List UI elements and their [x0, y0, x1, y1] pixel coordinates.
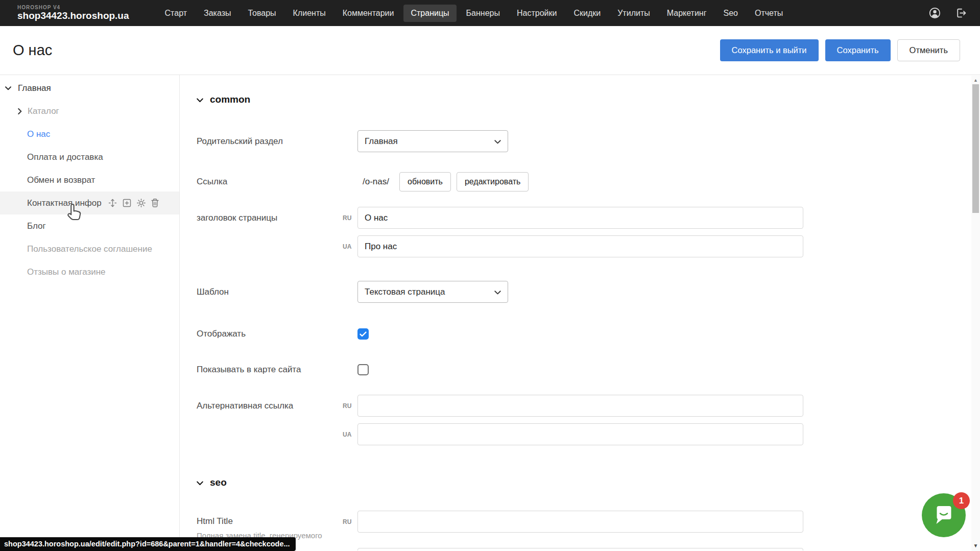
nav-item-start[interactable]: Старт	[158, 5, 194, 22]
parent-section-row: Родительский раздел Главная	[197, 130, 980, 152]
sidebar-item-label: Блог	[27, 221, 46, 231]
link-edit-button[interactable]: редактировать	[457, 172, 529, 191]
page-title-row: заголовок страницы RU UA	[197, 207, 980, 257]
field-label: Родительский раздел	[197, 136, 357, 147]
sidebar-item-label: Контактная инфор	[27, 198, 102, 208]
nav-item-seo[interactable]: Seo	[716, 5, 745, 22]
display-row: Отображать	[197, 328, 980, 340]
section-title: common	[210, 94, 250, 105]
save-exit-button[interactable]: Сохранить и выйти	[720, 39, 819, 61]
nav-item-marketing[interactable]: Маркетинг	[660, 5, 714, 22]
nav-item-reports[interactable]: Отчеты	[748, 5, 790, 22]
alt-link-row: Альтернативная ссылка RU UA	[197, 395, 980, 445]
sidebar-item-label: О нас	[27, 129, 50, 139]
sidebar-item-label: Каталог	[28, 106, 59, 116]
nav-item-products[interactable]: Товары	[241, 5, 283, 22]
scroll-up-arrow-icon[interactable]: ▲	[971, 78, 980, 83]
trash-icon[interactable]	[151, 198, 159, 208]
html-title-row: Html Title Полная замена title, генериру…	[197, 511, 980, 540]
section-seo-header[interactable]: seo	[197, 477, 980, 488]
template-select[interactable]: Текстовая страница	[357, 281, 508, 303]
lang-ru-badge: RU	[343, 214, 351, 222]
nav-item-discounts[interactable]: Скидки	[566, 5, 608, 22]
section-common-header[interactable]: common	[197, 94, 980, 105]
brand-version: HOROSHOP V4	[17, 5, 129, 11]
lang-ru-badge: RU	[343, 402, 351, 410]
user-account-icon[interactable]	[928, 6, 942, 20]
cancel-button[interactable]: Отменить	[897, 39, 960, 61]
nav-item-settings[interactable]: Настройки	[510, 5, 564, 22]
page-header: О нас Сохранить и выйти Сохранить Отмени…	[0, 26, 980, 75]
parent-section-select[interactable]: Главная	[357, 130, 508, 152]
nav-item-banners[interactable]: Баннеры	[459, 5, 507, 22]
scroll-down-arrow-icon[interactable]: ▼	[971, 543, 980, 548]
field-label: Html Title	[197, 516, 357, 526]
field-label: Шаблон	[197, 287, 357, 297]
sidebar-item-katalog[interactable]: Каталог	[0, 100, 179, 123]
scrollbar[interactable]: ▲ ▼	[971, 76, 980, 551]
chevron-right-icon[interactable]	[18, 108, 22, 114]
display-checkbox[interactable]	[357, 328, 369, 340]
sidebar-item-label: Оплата и доставка	[27, 152, 103, 162]
alt-link-ru-input[interactable]	[357, 395, 803, 417]
sidebar-item-obmen[interactable]: Обмен и возврат	[0, 169, 179, 191]
page-title-ru-input[interactable]	[357, 207, 803, 229]
chevron-down-icon	[197, 94, 203, 105]
nav-item-pages[interactable]: Страницы	[403, 5, 456, 22]
sitemap-checkbox[interactable]	[357, 364, 369, 375]
add-page-icon[interactable]	[122, 198, 132, 208]
sidebar-item-glavnaya[interactable]: Главная	[0, 77, 179, 100]
html-title-ua-input[interactable]	[357, 548, 803, 550]
sidebar-item-reviews[interactable]: Отзывы о магазине	[0, 260, 179, 283]
sidebar-item-label: Отзывы о магазине	[27, 267, 106, 277]
sidebar-item-oplata[interactable]: Оплата и доставка	[0, 146, 179, 169]
status-url-tooltip: shop34423.horoshop.ua/edit/edit.php?id=6…	[0, 537, 296, 551]
link-row: Ссылка /o-nas/ обновить редактировать	[197, 172, 980, 191]
field-label: Ссылка	[197, 177, 357, 187]
lang-ru-badge: RU	[343, 518, 351, 525]
lang-ua-badge: UA	[343, 243, 351, 250]
chat-unread-badge: 1	[953, 492, 970, 509]
field-label: Отображать	[197, 329, 357, 339]
link-refresh-button[interactable]: обновить	[399, 172, 451, 191]
nav-item-comments[interactable]: Комментарии	[336, 5, 401, 22]
sidebar-item-label: Пользовательское соглашение	[27, 244, 152, 254]
main-nav: Старт Заказы Товары Клиенты Комментарии …	[158, 5, 791, 22]
page-title: О нас	[13, 42, 52, 59]
chevron-down-icon[interactable]	[5, 86, 11, 90]
field-label: Альтернативная ссылка	[197, 395, 357, 445]
brand-logo[interactable]: HOROSHOP V4 shop34423.horoshop.ua	[17, 5, 129, 21]
html-title-ua-row: UA	[197, 548, 980, 550]
nav-item-orders[interactable]: Заказы	[197, 5, 238, 22]
sidebar-item-blog[interactable]: Блог	[0, 214, 179, 237]
move-icon[interactable]	[108, 198, 117, 208]
link-path-value: /o-nas/	[363, 177, 389, 187]
gear-icon[interactable]	[136, 198, 146, 208]
sidebar-item-agreement[interactable]: Пользовательское соглашение	[0, 237, 179, 260]
sidebar-item-label: Обмен и возврат	[27, 175, 95, 185]
chat-bubble-icon	[931, 502, 956, 529]
chat-button[interactable]: 1	[922, 493, 966, 537]
sidebar-item-o-nas[interactable]: О нас	[0, 123, 179, 146]
nav-item-utilities[interactable]: Утилиты	[610, 5, 657, 22]
logout-icon[interactable]	[955, 7, 968, 19]
template-row: Шаблон Текстовая страница	[197, 281, 980, 303]
sidebar-item-kontaktnaya[interactable]: Контактная инфор	[0, 191, 179, 214]
chevron-down-icon	[494, 287, 501, 297]
alt-link-ua-input[interactable]	[357, 423, 803, 445]
select-value: Текстовая страница	[365, 287, 445, 297]
chevron-down-icon	[494, 136, 501, 147]
save-button[interactable]: Сохранить	[825, 39, 891, 61]
sidebar-item-label: Главная	[18, 83, 51, 93]
html-title-ru-input[interactable]	[357, 511, 803, 533]
pages-tree-sidebar: Главная Каталог О нас Оплата и доставка …	[0, 75, 180, 550]
topbar: HOROSHOP V4 shop34423.horoshop.ua Старт …	[0, 0, 980, 26]
select-value: Главная	[365, 136, 398, 147]
scrollbar-thumb[interactable]	[972, 84, 979, 213]
field-label: заголовок страницы	[197, 207, 357, 257]
chevron-down-icon	[197, 477, 203, 488]
sitemap-row: Показывать в карте сайта	[197, 364, 980, 375]
section-title: seo	[210, 477, 227, 488]
page-title-ua-input[interactable]	[357, 235, 803, 257]
nav-item-clients[interactable]: Клиенты	[286, 5, 333, 22]
